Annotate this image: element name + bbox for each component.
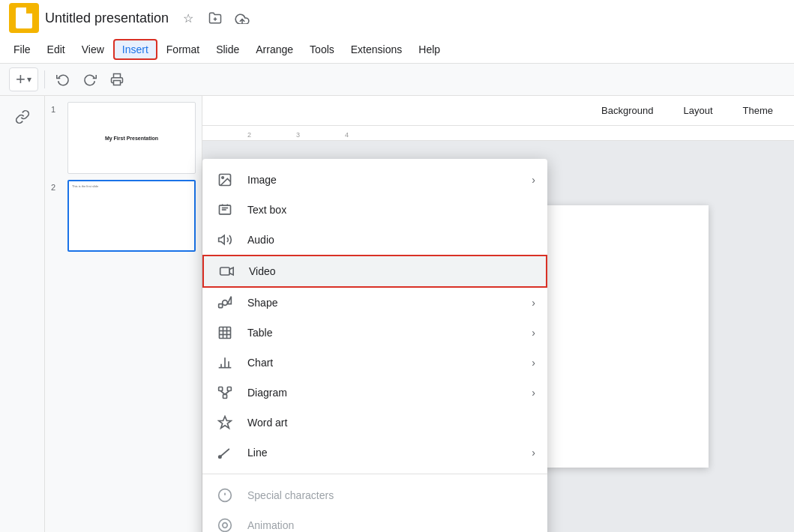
video-label: Video [249, 265, 534, 277]
menu-option-line[interactable]: Line › [202, 438, 547, 468]
shape-icon [214, 295, 235, 310]
folder-icon[interactable] [205, 7, 226, 28]
svg-rect-26 [219, 387, 223, 391]
menu-option-shape[interactable]: Shape › [202, 288, 547, 318]
svg-point-5 [222, 177, 224, 179]
special-chars-icon [214, 488, 235, 503]
diagram-arrow: › [532, 387, 535, 399]
menu-format[interactable]: Format [159, 40, 207, 58]
svg-rect-3 [113, 81, 120, 85]
animation-icon [214, 518, 235, 532]
menu-option-table[interactable]: Table › [202, 318, 547, 348]
dropdown-overlay: Image › Text box [0, 96, 794, 532]
menu-view[interactable]: View [74, 40, 112, 58]
svg-rect-12 [220, 267, 230, 275]
special-chars-label: Special characters [247, 489, 535, 501]
textbox-label: Text box [247, 204, 535, 216]
line-icon [214, 445, 235, 460]
svg-point-32 [219, 456, 221, 458]
diagram-label: Diagram [247, 387, 532, 399]
add-button[interactable]: + ▾ [9, 67, 38, 91]
app-title: Untitled presentation [45, 10, 169, 26]
menu-option-textbox[interactable]: Text box [202, 195, 547, 225]
line-arrow: › [532, 447, 535, 459]
menu-file[interactable]: File [6, 40, 38, 58]
svg-rect-17 [220, 327, 231, 339]
diagram-icon [214, 385, 235, 400]
menu-extensions[interactable]: Extensions [343, 40, 409, 58]
title-icons: ☆ [178, 7, 253, 28]
menu-slide[interactable]: Slide [208, 40, 247, 58]
undo-button[interactable] [51, 67, 75, 91]
chart-arrow: › [532, 357, 535, 369]
svg-rect-15 [219, 304, 223, 308]
image-arrow: › [532, 174, 535, 186]
app-icon [9, 3, 39, 33]
menu-option-image[interactable]: Image › [202, 165, 547, 195]
svg-point-34 [219, 519, 232, 532]
svg-line-29 [220, 391, 225, 395]
main-area: 1 My First Presentation 2 This is the fi… [0, 96, 794, 532]
toolbar-divider-1 [44, 70, 45, 88]
add-dropdown-icon: ▾ [27, 74, 31, 85]
toolbar: + ▾ [0, 63, 794, 96]
menu-bar: File Edit View Insert Format Slide Arran… [0, 36, 794, 63]
chart-label: Chart [247, 357, 532, 369]
menu-option-animation: Animation [202, 510, 547, 532]
insert-dropdown-menu: Image › Text box [202, 159, 547, 532]
svg-marker-11 [219, 235, 225, 244]
menu-option-wordart[interactable]: Word art [202, 408, 547, 438]
star-icon[interactable]: ☆ [178, 7, 199, 28]
textbox-icon [214, 202, 235, 217]
menu-edit[interactable]: Edit [40, 40, 73, 58]
chart-icon [214, 355, 235, 370]
menu-option-chart[interactable]: Chart › [202, 348, 547, 378]
image-icon [214, 172, 235, 187]
shape-arrow: › [532, 297, 535, 309]
redo-button[interactable] [78, 67, 102, 91]
table-label: Table [247, 327, 532, 339]
svg-rect-27 [227, 387, 231, 391]
cloud-icon[interactable] [232, 7, 253, 28]
menu-insert[interactable]: Insert [113, 39, 157, 60]
audio-icon [214, 232, 235, 247]
wordart-label: Word art [247, 417, 535, 429]
menu-option-video[interactable]: Video [202, 255, 547, 288]
audio-label: Audio [247, 234, 535, 246]
menu-help[interactable]: Help [411, 40, 448, 58]
menu-tools[interactable]: Tools [302, 40, 342, 58]
svg-marker-13 [229, 267, 233, 275]
menu-divider [202, 474, 547, 474]
table-arrow: › [532, 327, 535, 339]
menu-arrange[interactable]: Arrange [248, 40, 301, 58]
print-button[interactable] [105, 67, 129, 91]
line-label: Line [247, 447, 532, 459]
menu-option-audio[interactable]: Audio [202, 225, 547, 255]
menu-option-special-chars: Special characters [202, 480, 547, 510]
svg-marker-16 [227, 297, 231, 304]
video-icon [216, 264, 237, 279]
title-bar: Untitled presentation ☆ [0, 0, 794, 36]
image-label: Image [247, 174, 532, 186]
svg-rect-28 [223, 395, 227, 399]
wordart-icon [214, 415, 235, 430]
add-icon: + [16, 70, 25, 89]
animation-label: Animation [247, 519, 535, 531]
shape-label: Shape [247, 297, 532, 309]
svg-line-30 [225, 391, 229, 395]
svg-line-31 [220, 449, 229, 456]
menu-option-diagram[interactable]: Diagram › [202, 378, 547, 408]
table-icon [214, 325, 235, 340]
